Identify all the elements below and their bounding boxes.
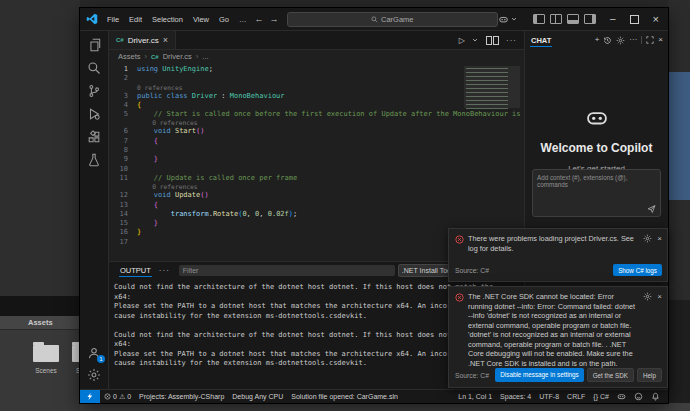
close-icon[interactable]: × (657, 235, 662, 243)
menu-overflow[interactable]: … (234, 15, 252, 24)
breadcrumb-assets[interactable]: Assets (118, 52, 141, 61)
disable-message-button[interactable]: Disable message in settings (495, 368, 583, 382)
back-arrow-icon[interactable]: ← (252, 14, 267, 24)
get-sdk-button[interactable]: Get the SDK (587, 368, 634, 382)
run-icon[interactable]: ▷ (459, 36, 465, 45)
toggle-panel-icon[interactable] (567, 14, 579, 24)
extensions-icon[interactable] (87, 130, 101, 144)
tab-close-icon[interactable]: × (163, 36, 168, 44)
explorer-icon[interactable] (87, 38, 101, 52)
chat-input[interactable]: Add context (#), extensions (@), command… (532, 169, 661, 217)
debug-config-status[interactable]: Debug Any CPU (228, 393, 287, 400)
testing-icon[interactable] (87, 153, 101, 167)
code-line[interactable]: 7 { (109, 137, 524, 146)
output-filter-input[interactable]: Filter (179, 265, 395, 276)
menu-go[interactable]: Go (214, 15, 234, 24)
bell-icon[interactable] (647, 392, 664, 401)
close-icon[interactable]: × (657, 293, 662, 301)
code-line[interactable]: 14 transform.Rotate(0, 0, 0.02f); (109, 210, 524, 219)
code-line[interactable]: 6 void Start() (109, 127, 524, 136)
tab-chat[interactable]: CHAT (530, 34, 552, 47)
send-icon[interactable] (647, 204, 656, 213)
code-line[interactable]: 3public class Driver : MonoBehaviour (109, 92, 524, 101)
command-center-search[interactable]: CarGame (287, 12, 498, 27)
gear-icon[interactable] (643, 292, 652, 301)
split-layout-icon[interactable] (550, 14, 562, 24)
solution-status[interactable]: Solution file opened: CarGame.sln (287, 393, 402, 400)
feedback-icon[interactable] (630, 392, 647, 401)
run-debug-icon[interactable] (87, 107, 101, 121)
copilot-status-icon[interactable] (613, 392, 630, 401)
codelens-references[interactable]: 0 references (128, 183, 198, 191)
folder-icon-scenes[interactable] (33, 345, 59, 362)
toggle-sidebar-icon[interactable] (533, 14, 545, 24)
indentation[interactable]: Spaces: 4 (496, 393, 535, 400)
toggle-secondary-sidebar-icon[interactable] (584, 14, 596, 24)
menu-selection[interactable]: Selection (147, 15, 188, 24)
line-number: 6 (109, 127, 128, 136)
eol-sequence[interactable]: CRLF (563, 393, 589, 400)
tab-output[interactable]: OUTPUT (119, 264, 152, 277)
breadcrumb-symbol[interactable]: ... (202, 52, 208, 61)
open-in-editor-icon[interactable] (646, 36, 654, 44)
code-line[interactable]: 0 references (109, 119, 524, 127)
code-line[interactable]: 1using UnityEngine; (109, 65, 524, 74)
code-line[interactable]: 4{ (109, 101, 524, 110)
menu-edit[interactable]: Edit (124, 15, 147, 24)
menu-view[interactable]: View (188, 15, 214, 24)
more-icon[interactable]: ··· (629, 36, 637, 44)
language-label: C# (600, 393, 609, 400)
code-line[interactable]: 2 (109, 74, 524, 83)
split-editor-icon[interactable] (485, 31, 499, 49)
source-control-icon[interactable] (87, 84, 101, 98)
close-icon[interactable]: × (653, 14, 659, 24)
settings-gear-icon[interactable] (87, 368, 101, 382)
code-line[interactable]: 8 (109, 146, 524, 155)
line-number: 14 (109, 210, 128, 219)
activity-bar: 1 (80, 31, 109, 389)
chevron-down-icon[interactable] (472, 37, 478, 43)
remote-indicator[interactable] (80, 390, 100, 403)
gear-icon[interactable] (643, 234, 652, 243)
breadcrumb-file[interactable]: Driver.cs (163, 52, 192, 61)
new-chat-icon[interactable]: + (595, 36, 600, 44)
copilot-titlebar-icon[interactable] (498, 14, 517, 25)
search-icon[interactable] (87, 61, 101, 75)
minimize-icon[interactable]: – (610, 15, 616, 23)
code-line[interactable]: 0 references (109, 183, 524, 191)
code-line[interactable]: 13 { (109, 201, 524, 210)
settings-gear-icon[interactable] (616, 36, 625, 45)
code-line[interactable]: 5 // Start is called once before the fir… (109, 110, 524, 119)
code-line[interactable]: 12 void Update() (109, 191, 524, 200)
line-number: 5 (109, 110, 128, 119)
encoding[interactable]: UTF-8 (535, 393, 563, 400)
show-csharp-logs-button[interactable]: Show C# logs (613, 264, 662, 276)
close-icon[interactable]: × (658, 36, 663, 44)
codelens-references[interactable]: 0 references (128, 84, 183, 92)
projects-status[interactable]: Projects: Assembly-CSharp (135, 393, 228, 400)
accounts-icon[interactable]: 1 (87, 346, 101, 360)
forward-arrow-icon[interactable]: → (267, 14, 282, 24)
code-line[interactable]: 11 // Update is called once per frame (109, 174, 524, 183)
language-mode[interactable]: {} C# (589, 393, 613, 400)
code-line[interactable]: 9 } (109, 155, 524, 164)
panel-more-icon[interactable]: ··· (159, 266, 170, 275)
minimap-slider[interactable] (464, 66, 520, 108)
maximize-icon[interactable] (630, 15, 639, 24)
cursor-position[interactable]: Ln 1, Col 1 (454, 393, 496, 400)
minimap[interactable] (464, 66, 520, 118)
more-actions-icon[interactable]: ··· (506, 36, 517, 45)
status-bar: 0 ⚠ 0 Projects: Assembly-CSharp Debug An… (80, 389, 668, 403)
line-number: 4 (109, 101, 128, 110)
breadcrumb[interactable]: Assets › C# Driver.cs › ... (109, 50, 524, 63)
code-line[interactable]: 10 (109, 165, 524, 174)
code-line[interactable]: 0 references (109, 84, 524, 92)
history-icon[interactable] (603, 36, 612, 45)
codelens-references[interactable]: 0 references (128, 119, 198, 127)
problems-status[interactable]: 0 ⚠ 0 (100, 393, 135, 401)
tab-driver-cs[interactable]: C# Driver.cs × (109, 31, 176, 49)
notification-project-load: There were problems loading project Driv… (448, 228, 668, 282)
menu-file[interactable]: File (102, 15, 124, 24)
help-button[interactable]: Help (637, 368, 662, 382)
folder-icon-scripts[interactable] (72, 345, 80, 362)
